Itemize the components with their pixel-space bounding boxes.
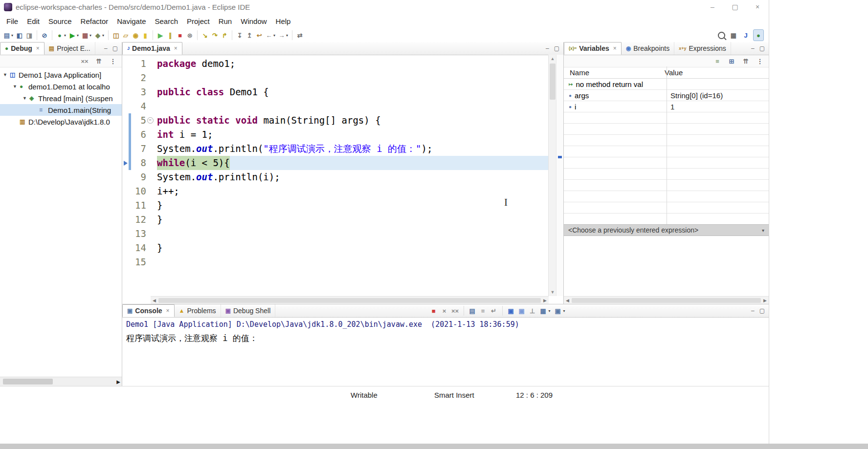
show-stderr-icon[interactable]: ▣ — [517, 305, 527, 316]
save-all-icon[interactable]: ◨ — [24, 30, 34, 41]
disconnect-icon[interactable]: ⊗ — [185, 30, 195, 41]
clear-console-icon[interactable]: ▤ — [467, 305, 477, 316]
line-number[interactable]: 15 — [131, 255, 146, 269]
collapse-all-icon[interactable]: ⇈ — [741, 56, 751, 66]
open-element-icon[interactable]: ▱ — [121, 30, 131, 41]
tree-item[interactable]: ▥D:\Develop\Java\jdk1.8.0 — [0, 116, 122, 128]
terminate-icon[interactable]: ■ — [429, 305, 439, 316]
line-number[interactable]: 2 — [131, 71, 146, 85]
menu-navigate[interactable]: Navigate — [112, 15, 150, 27]
step-return-icon[interactable]: ↱ — [220, 30, 229, 41]
back-icon[interactable]: ← — [264, 30, 274, 41]
console-output-area[interactable]: Demo1 [Java Application] D:\Develop\Java… — [122, 318, 769, 345]
fold-collapse-icon[interactable]: − — [146, 113, 154, 128]
display-selected-console-icon-dropdown[interactable]: ▾ — [549, 309, 551, 313]
scrollbar-thumb[interactable] — [3, 379, 53, 385]
tab-project-explorer[interactable]: ▤Project E... — [45, 42, 95, 55]
new-wizard-icon-dropdown[interactable]: ▾ — [11, 33, 13, 38]
save-icon[interactable]: ◧ — [15, 30, 24, 41]
close-button[interactable]: × — [746, 0, 769, 14]
debug-hscrollbar[interactable]: ▶ — [0, 377, 122, 386]
line-number[interactable]: 11 — [131, 198, 146, 213]
search-icon[interactable] — [716, 30, 726, 41]
tab-debug-shell[interactable]: ▣Debug Shell — [221, 304, 276, 317]
forward-icon-dropdown[interactable]: ▾ — [286, 33, 288, 38]
line-number[interactable]: 3 — [131, 85, 146, 99]
tab-debug[interactable]: ●Debug× — [0, 42, 45, 55]
open-perspective-icon[interactable]: ▦ — [729, 30, 738, 41]
collapse-all-icon[interactable]: ⇈ — [94, 56, 104, 66]
code-content[interactable]: 1package demo1;23public class Demo1 {45−… — [122, 55, 549, 296]
minimize-view-icon[interactable]: – — [104, 45, 108, 52]
java-perspective-icon[interactable]: J — [741, 30, 751, 41]
last-edit-location-icon[interactable]: ↩ — [254, 30, 264, 41]
line-number[interactable]: 5 — [131, 113, 146, 128]
menu-edit[interactable]: Edit — [22, 15, 44, 27]
link-with-editor-icon[interactable]: ⇄ — [295, 30, 305, 41]
next-annotation-icon[interactable]: ↧ — [235, 30, 245, 41]
menu-help[interactable]: Help — [271, 15, 295, 27]
remove-all-launches-icon[interactable]: ×× — [450, 305, 460, 316]
show-stdout-icon[interactable]: ▣ — [506, 305, 516, 316]
tab-variables[interactable]: (x)=Variables× — [564, 42, 622, 55]
external-tools-icon[interactable]: ◆ — [93, 30, 103, 41]
menu-source[interactable]: Source — [44, 15, 76, 27]
tab-close-icon[interactable]: × — [613, 45, 617, 52]
scroll-right-icon[interactable]: ▶ — [763, 298, 767, 303]
search-flashlight-icon[interactable]: ◉ — [131, 30, 140, 41]
debug-perspective-icon[interactable]: ● — [753, 29, 764, 41]
minimize-view-icon[interactable]: – — [751, 307, 755, 314]
minimize-view-icon[interactable]: – — [751, 45, 755, 52]
open-console-icon[interactable]: ▣ — [553, 305, 563, 316]
run-icon[interactable]: ▶ — [67, 30, 77, 41]
menu-project[interactable]: Project — [182, 15, 214, 27]
view-menu-icon[interactable]: ⋮ — [755, 56, 765, 66]
menu-file[interactable]: File — [2, 15, 22, 27]
editor-vscrollbar[interactable]: ▲ ▼ — [548, 55, 556, 296]
mark-occurrences-icon[interactable]: ▮ — [140, 30, 150, 41]
open-console-icon-dropdown[interactable]: ▾ — [563, 309, 565, 313]
maximize-view-icon[interactable]: ▢ — [759, 45, 765, 52]
variable-detail-pane[interactable] — [564, 236, 769, 296]
tree-item[interactable]: ▼◈Thread [main] (Suspen — [0, 92, 122, 104]
tab-close-icon[interactable]: × — [36, 45, 40, 52]
back-icon-dropdown[interactable]: ▾ — [273, 33, 275, 38]
debug-icon-dropdown[interactable]: ▾ — [64, 33, 66, 38]
tree-item[interactable]: ▼◫Demo1 [Java Application] — [0, 69, 122, 81]
maximize-view-icon[interactable]: ▢ — [554, 45, 559, 52]
run-icon-dropdown[interactable]: ▾ — [77, 33, 79, 38]
scrollbar-thumb[interactable] — [572, 298, 761, 303]
line-number[interactable]: 1 — [131, 57, 146, 71]
show-type-names-icon[interactable]: ≡ — [712, 56, 722, 66]
menu-search[interactable]: Search — [150, 15, 182, 27]
external-tools-icon-dropdown[interactable]: ▾ — [102, 33, 104, 38]
scroll-left-icon[interactable]: ◀ — [566, 298, 569, 303]
menu-window[interactable]: Window — [236, 15, 271, 27]
skip-all-breakpoints-icon[interactable]: ⊘ — [40, 30, 49, 41]
overview-ruler[interactable] — [556, 55, 563, 296]
line-number[interactable]: 10 — [131, 184, 146, 198]
expander-icon[interactable]: ▼ — [3, 72, 10, 77]
line-number[interactable]: 7 — [131, 142, 146, 156]
line-number[interactable]: 13 — [131, 227, 146, 241]
remove-all-terminated-icon[interactable]: ×× — [80, 56, 89, 66]
tree-item[interactable]: ▼●demo1.Demo1 at localho — [0, 81, 122, 92]
code-editor[interactable]: 1package demo1;23public class Demo1 {45−… — [122, 55, 563, 304]
line-number[interactable]: 6 — [131, 128, 146, 142]
scrollbar-thumb[interactable] — [550, 64, 556, 100]
terminate-icon[interactable]: ■ — [175, 30, 185, 41]
tab-console[interactable]: ▣Console× — [122, 304, 175, 317]
maximize-view-icon[interactable]: ▢ — [759, 307, 765, 314]
expander-icon[interactable]: ▼ — [22, 96, 29, 101]
maximize-button[interactable]: ▢ — [724, 0, 746, 14]
line-number[interactable]: 9 — [131, 170, 146, 184]
line-number[interactable]: 14 — [131, 241, 146, 255]
line-number[interactable]: 4 — [131, 99, 146, 113]
minimize-button[interactable]: – — [701, 0, 724, 14]
tab-demo1-java[interactable]: JDemo1.java× — [122, 42, 182, 55]
chevron-down-icon[interactable]: ▾ — [762, 228, 764, 233]
column-divider[interactable] — [667, 66, 667, 224]
minimize-view-icon[interactable]: – — [546, 45, 549, 52]
coverage-icon[interactable]: ▦ — [80, 30, 90, 41]
overview-annotation-marker[interactable] — [558, 156, 562, 158]
